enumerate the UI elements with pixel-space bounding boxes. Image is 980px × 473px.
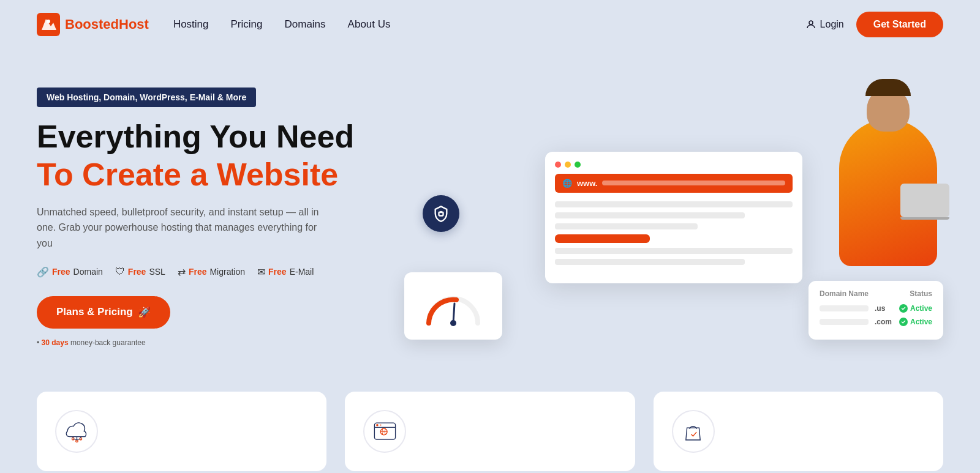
browser-content: [555, 201, 793, 265]
check-circle-icon-1: [899, 304, 908, 313]
cloud-network-icon: [63, 418, 91, 445]
feature-card-ecommerce: [654, 392, 943, 471]
shopping-bag-icon: [679, 418, 707, 445]
rocket-icon: 🚀: [138, 306, 151, 319]
hero-description: Unmatched speed, bulletproof security, a…: [37, 204, 331, 251]
domain-row-2: .com Active: [820, 318, 932, 326]
dot-green: [575, 162, 581, 168]
check-circle-icon-2: [899, 318, 908, 326]
url-bar: 🌐 www.: [555, 174, 793, 193]
brand-name: BoostedHost: [65, 17, 149, 32]
hero-content: Web Hosting, Domain, WordPress, E-Mail &…: [37, 88, 404, 346]
transfer-icon: ⇄: [178, 266, 186, 278]
logo-icon: [37, 13, 60, 36]
person-figure: [821, 58, 956, 266]
domain-col1-label: Domain Name: [820, 289, 869, 298]
domain-card-header: Domain Name Status: [820, 289, 932, 298]
shield-small-icon: 🛡: [115, 266, 125, 277]
domain-ext-2: .com: [875, 318, 893, 326]
browser-dots: [555, 162, 793, 168]
status-badge-1: Active: [899, 304, 932, 313]
status-badge-2: Active: [899, 318, 932, 326]
laptop-icon: [900, 184, 949, 217]
url-text: www.: [577, 179, 597, 188]
globe-browser-icon: [371, 418, 399, 445]
guarantee-text: • 30 days money-back guarantee: [37, 338, 404, 347]
nav-item-pricing[interactable]: Pricing: [231, 18, 263, 31]
features-row: 🔗 Free Domain 🛡 Free SSL ⇄ Free Migratio…: [37, 266, 404, 278]
url-line: [602, 181, 785, 185]
ecommerce-icon-wrap: [672, 410, 715, 453]
feature-domain: 🔗 Free Domain: [37, 266, 103, 278]
content-line-1: [555, 201, 793, 207]
domain-row-1: .us Active: [820, 304, 932, 313]
hero-illustration: 🌐 www.: [404, 76, 943, 358]
content-line-3: [555, 223, 698, 229]
hosting-icon-wrap: [55, 410, 98, 453]
hero-section: Web Hosting, Domain, WordPress, E-Mail &…: [0, 49, 980, 392]
nav-links: Hosting Pricing Domains About Us: [173, 18, 805, 31]
email-icon: ✉: [257, 266, 265, 278]
svg-point-7: [450, 320, 456, 326]
domain-ext-1: .us: [875, 304, 893, 313]
nav-item-hosting[interactable]: Hosting: [173, 18, 209, 31]
nav-right: Login Get Started: [805, 12, 943, 37]
nav-item-domains[interactable]: Domains: [285, 18, 326, 31]
dot-yellow: [565, 162, 571, 168]
domain-status-card: Domain Name Status .us Active .com Activ…: [809, 281, 943, 340]
svg-point-21: [380, 424, 382, 426]
link-icon: 🔗: [37, 266, 49, 278]
get-started-button[interactable]: Get Started: [856, 12, 943, 37]
browser-mockup: 🌐 www.: [545, 152, 802, 283]
feature-card-domain: [345, 392, 635, 471]
hero-title-line2: To Create a Website: [37, 157, 404, 192]
content-line-5: [555, 259, 745, 265]
guarantee-days: 30 days: [42, 338, 69, 347]
laptop-base: [900, 217, 949, 220]
feature-ssl: 🛡 Free SSL: [115, 266, 165, 278]
plans-pricing-button[interactable]: Plans & Pricing 🚀: [37, 296, 170, 329]
content-cta-line: [555, 234, 650, 243]
shield-badge: [423, 195, 459, 232]
speedometer-icon: [423, 286, 484, 326]
content-line-2: [555, 212, 745, 218]
svg-point-1: [47, 20, 50, 23]
svg-point-2: [809, 21, 813, 24]
logo[interactable]: BoostedHost: [37, 13, 149, 36]
feature-email: ✉ Free E-Mail: [257, 266, 314, 278]
domain-name-bar-1: [820, 305, 869, 311]
feature-card-hosting: [37, 392, 326, 471]
login-button[interactable]: Login: [805, 19, 844, 30]
svg-point-11: [75, 440, 78, 442]
content-line-4: [555, 248, 793, 254]
navbar: BoostedHost Hosting Pricing Domains Abou…: [0, 0, 980, 49]
domain-icon-wrap: [363, 410, 406, 453]
svg-point-20: [376, 423, 379, 426]
domain-name-bar-2: [820, 319, 869, 325]
person-hair: [865, 79, 911, 96]
dot-red: [555, 162, 561, 168]
bottom-cards: [0, 392, 980, 473]
domain-col2-label: Status: [910, 289, 932, 298]
shield-lock-icon: [432, 205, 450, 222]
globe-icon: 🌐: [562, 179, 572, 188]
hero-tag: Web Hosting, Domain, WordPress, E-Mail &…: [37, 88, 256, 107]
hero-title-line1: Everything You Need: [37, 119, 404, 154]
user-icon: [805, 19, 816, 30]
speed-card: [404, 272, 502, 340]
feature-migration: ⇄ Free Migration: [178, 266, 245, 278]
nav-item-about[interactable]: About Us: [348, 18, 391, 31]
